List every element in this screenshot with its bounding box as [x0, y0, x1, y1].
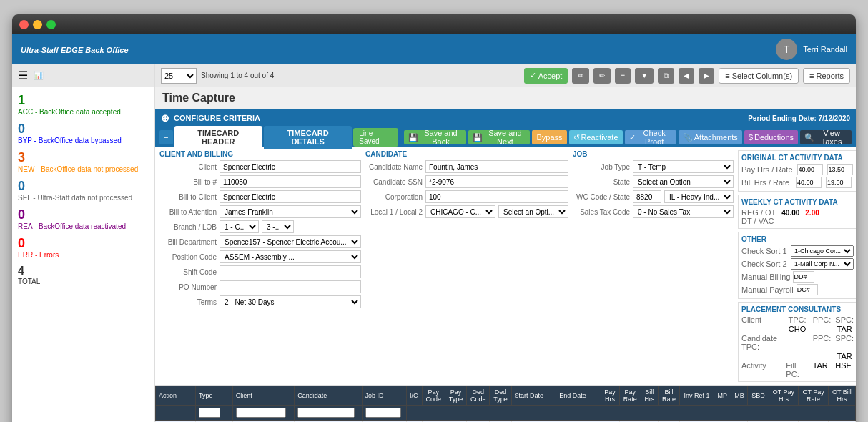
col-type: Type: [196, 386, 233, 406]
collapse-button[interactable]: −: [159, 130, 173, 144]
pay-rate-input[interactable]: [827, 164, 853, 175]
deductions-button[interactable]: $ Deductions: [744, 130, 798, 144]
wc-state-select[interactable]: IL - Heavy Ind...: [664, 190, 734, 203]
attachments-button[interactable]: 📎 Attachments: [679, 130, 742, 144]
pc-ppc-label: PPC:: [813, 334, 832, 351]
filter-client[interactable]: [236, 408, 286, 418]
prev-button[interactable]: ◀: [679, 68, 694, 84]
columns-icon: ≡: [725, 72, 729, 80]
local2-select[interactable]: Select an Opti...: [498, 205, 568, 218]
pc-ppc-header: PPC:: [813, 315, 832, 324]
pc-fill-tar: TAR: [813, 361, 832, 378]
job-section: JOB Job Type T - Temp State Select an Op…: [573, 150, 734, 382]
col-mp: MP: [714, 386, 731, 406]
select-columns-button[interactable]: ≡ Select Column(s): [719, 68, 799, 84]
lob-select[interactable]: 3 -...: [262, 220, 294, 233]
page-size-select[interactable]: 25: [161, 68, 197, 84]
filter-button-1[interactable]: ≡: [615, 68, 631, 84]
sidebar-item-sel[interactable]: 0 SEL - Ultra-Staff data not processed: [18, 179, 149, 202]
bill-to-client-input[interactable]: [220, 190, 361, 203]
client-input[interactable]: [220, 160, 361, 173]
local1-select[interactable]: CHICAGO - C...: [425, 205, 495, 218]
sidebar-item-new[interactable]: 3 NEW - BackOffice data not processed: [18, 150, 149, 173]
corporation-input[interactable]: [425, 190, 568, 203]
col-mb: MB: [731, 386, 748, 406]
col-ot-pay-hrs: OT PayHrs: [769, 386, 799, 406]
manual-billing-label: Manual Billing: [741, 273, 790, 281]
check-proof-icon: ✓: [629, 133, 636, 142]
minimize-button[interactable]: [33, 20, 42, 29]
bill-attention-select[interactable]: James Franklin: [220, 205, 361, 218]
pay-hrs-label: Pay Hrs / Rate: [741, 165, 793, 174]
toolbar: 25 Showing 1 to 4 out of 4 ✓ Accept ✏ ✏ …: [155, 64, 856, 87]
view-taxes-icon: 🔍: [804, 133, 814, 142]
shift-code-input[interactable]: [220, 265, 361, 278]
bill-dept-select[interactable]: Spence157 - Spencer Electric Accou...: [220, 235, 361, 248]
sidebar-item-acc[interactable]: 1 ACC - BackOffice data accepted: [18, 93, 149, 116]
sales-tax-select[interactable]: 0 - No Sales Tax: [633, 205, 734, 218]
pc-tar2: TAR: [835, 352, 854, 360]
save-back-button[interactable]: 💾 Save and Back: [404, 130, 467, 144]
sidebar-item-rea[interactable]: 0 REA - BackOffice data reactivated: [18, 207, 149, 230]
wc-code-input[interactable]: [633, 190, 661, 203]
sidebar-item-err[interactable]: 0 ERR - Errors: [18, 236, 149, 259]
reg-value: 40.00: [781, 209, 799, 217]
next-button[interactable]: ▶: [699, 68, 714, 84]
accept-button[interactable]: ✓ Accept: [524, 68, 568, 84]
menu-icon[interactable]: ☰: [18, 69, 28, 82]
save-next-button[interactable]: 💾 Save and Next: [468, 130, 530, 144]
state-select[interactable]: Select an Option: [633, 175, 734, 188]
candidate-name-input[interactable]: [425, 160, 568, 173]
edit-button-2[interactable]: ✏: [593, 68, 611, 84]
sidebar-item-byp[interactable]: 0 BYP - BackOffice data bypassed: [18, 122, 149, 144]
filter-candidate[interactable]: [297, 408, 355, 418]
job-title: JOB: [573, 150, 734, 158]
col-bill-rate: BillRate: [659, 386, 680, 406]
filter-job-id[interactable]: [365, 408, 401, 418]
candidate-title: CANDIDATE: [365, 150, 568, 158]
edit-button-1[interactable]: ✏: [572, 68, 589, 84]
timecard-actions: 💾 Save and Back 💾 Save and Next Bypass ↺: [404, 130, 852, 144]
check-proof-button[interactable]: ✓ Check Proof: [625, 130, 676, 144]
check-sort2-select[interactable]: 1-Mail Corp N...: [791, 258, 854, 270]
bypass-button[interactable]: Bypass: [532, 130, 566, 144]
tab-timecard-details[interactable]: TIMECARD DETAILS: [264, 126, 352, 149]
branch-lob-label: Branch / LOB: [159, 223, 217, 231]
view-taxes-button[interactable]: 🔍 View Taxes: [800, 130, 852, 144]
manual-billing-dd[interactable]: [793, 271, 814, 283]
col-ot-bill-hrs: OT BillHrs: [828, 386, 855, 406]
pc-cand-tpc: [786, 334, 808, 351]
reports-button[interactable]: ≡ Reports: [803, 68, 850, 84]
header-bar: Ultra-Staff EDGE Back Office T Terri Ran…: [12, 34, 856, 64]
check-sort1-select[interactable]: 1-Chicago Cor...: [791, 245, 854, 257]
branch-select[interactable]: 1 - C...: [220, 220, 259, 233]
po-number-input[interactable]: [220, 280, 361, 293]
attachment-icon: 📎: [683, 133, 693, 142]
sidebar-chart-icon[interactable]: 📊: [34, 71, 44, 80]
bill-to-input[interactable]: [220, 175, 361, 188]
job-type-select[interactable]: T - Temp: [633, 160, 734, 173]
titlebar: [12, 14, 856, 34]
position-code-select[interactable]: ASSEM - Assembly ...: [220, 250, 361, 263]
filter-button-2[interactable]: ▼: [635, 68, 654, 84]
copy-button[interactable]: ⧉: [658, 68, 674, 84]
candidate-ssn-input[interactable]: [425, 175, 568, 188]
sidebar-total: 4 TOTAL: [18, 265, 149, 285]
filter-type[interactable]: [199, 408, 220, 418]
maximize-button[interactable]: [46, 20, 56, 29]
deductions-icon: $: [749, 133, 753, 142]
col-sbd: SBD: [748, 386, 769, 406]
candidate-ssn-label: Candidate SSN: [365, 178, 423, 186]
pay-hrs-input[interactable]: [797, 164, 823, 175]
reactivate-button[interactable]: ↺ Reactivate: [569, 130, 623, 144]
bill-rate-input[interactable]: [826, 177, 852, 188]
bill-hrs-input[interactable]: [796, 177, 822, 188]
app-title-italic: EDGE Back Office: [59, 46, 129, 54]
col-bill-hrs: BillHrs: [641, 386, 658, 406]
close-button[interactable]: [19, 20, 29, 29]
terms-label: Terms: [159, 298, 217, 306]
terms-select[interactable]: 2 - Net 30 Days: [220, 295, 361, 308]
manual-payroll-dc[interactable]: [797, 284, 818, 295]
weekly-ct-section: WEEKLY CT ACTIVITY DATA REG / OT 40.00 2…: [738, 195, 856, 229]
tab-timecard-header[interactable]: TIMECARD HEADER: [174, 126, 262, 149]
